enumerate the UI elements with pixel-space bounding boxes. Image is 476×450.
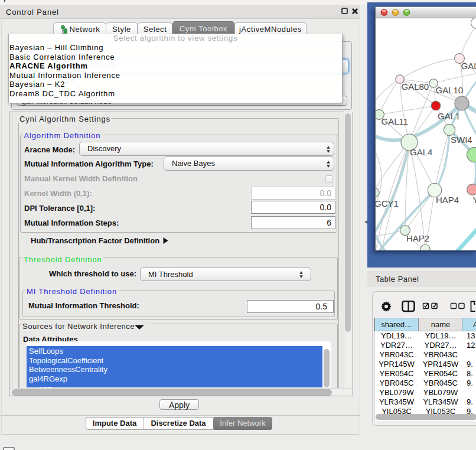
svg-text:GAL7: GAL7: [461, 61, 476, 71]
svg-text:GCY1: GCY1: [376, 198, 399, 208]
svg-text:GAL10: GAL10: [436, 85, 464, 95]
svg-text:GAL11: GAL11: [382, 116, 409, 126]
svg-text:HAP4: HAP4: [436, 195, 459, 205]
svg-text:Y: Y: [473, 195, 476, 205]
svg-text:GAL80: GAL80: [402, 81, 429, 92]
svg-text:SWI4: SWI4: [451, 135, 472, 145]
svg-text:GAL1: GAL1: [438, 111, 460, 121]
svg-text:HAP2: HAP2: [406, 233, 429, 243]
svg-text:GAL4: GAL4: [410, 147, 432, 157]
